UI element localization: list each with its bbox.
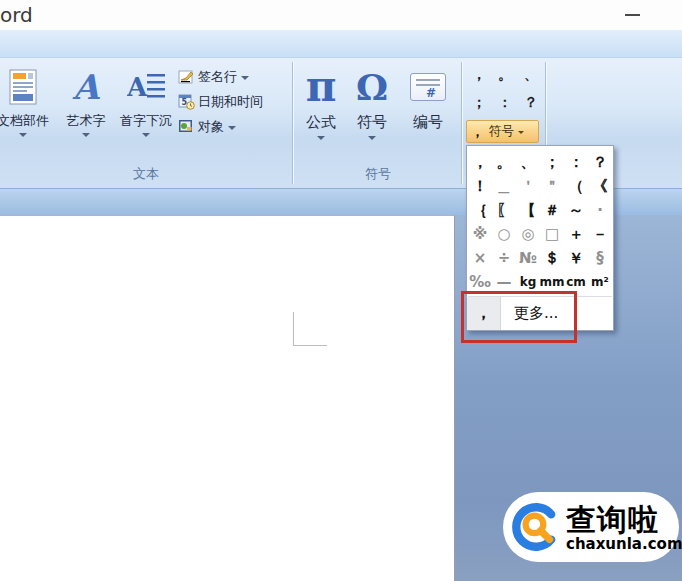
dropdown-symbol-cell[interactable]: ￥ [564,246,588,270]
object-label: 对象 [198,118,224,136]
pi-icon: π [306,66,337,108]
drop-cap-label: 首字下沉 [120,114,172,128]
symbol-large-label: 符号 [357,114,387,131]
group-separator [292,62,294,184]
text-group-side-column: 签名行 5 日期和时间 对 [178,64,292,139]
dropdown-symbol-cell[interactable]: × [468,246,492,270]
dropdown-symbol-cell[interactable]: ？ [588,150,612,174]
dropdown-symbol-cell[interactable]: № [516,246,540,270]
text-group-label: 文本 [0,165,292,183]
dropdown-symbol-cell[interactable]: ＿ [492,174,516,198]
wordart-label: 艺术字 [67,114,106,128]
symbol-dropdown-panel: ，。、；：？！＿＇＂（《｛〖【＃～·※○◎□＋－×÷№＄￥§‰—kgmmcmm²… [466,145,614,331]
quick-parts-label: 文档部件 [0,114,49,128]
chevron-down-icon [518,131,524,134]
gallery-symbol-cell[interactable]: ； [466,89,492,117]
dropdown-symbol-cell[interactable]: 〖 [492,198,516,222]
dropdown-symbol-cell[interactable]: · [588,198,612,222]
mini-symbol-gallery: ，。、；：？ [466,61,544,117]
dropdown-symbol-cell[interactable]: m² [588,270,612,294]
chevron-down-icon [82,133,90,137]
wordart-icon: A [73,70,99,104]
dropdown-symbol-cell[interactable]: ， [468,150,492,174]
chevron-down-icon [368,136,376,140]
dropdown-symbol-cell[interactable]: ＇ [516,174,540,198]
symbols-group-label: 符号 [296,165,460,183]
dropdown-symbol-cell[interactable]: ‰ [468,270,492,294]
word-window: ord 文档部件 A [0,0,682,581]
dropdown-symbol-cell[interactable]: ＋ [564,222,588,246]
chevron-down-icon [142,133,150,137]
gallery-symbol-cell[interactable]: 、 [518,61,544,89]
omega-icon: Ω [356,69,388,105]
dropdown-symbol-cell[interactable]: ※ [468,222,492,246]
signature-line-icon [178,68,195,85]
chevron-down-icon [241,76,249,80]
dropdown-symbol-cell[interactable]: ＄ [540,246,564,270]
titlebar: ord [0,0,682,30]
object-button[interactable]: 对象 [178,114,292,139]
wordart-button[interactable]: A 艺术字 [58,62,114,137]
drop-cap-icon: A [127,72,165,102]
gallery-symbol-cell[interactable]: ， [466,61,492,89]
dropdown-symbol-cell[interactable]: □ [540,222,564,246]
dropdown-symbol-cell[interactable]: 、 [516,150,540,174]
gallery-symbol-cell[interactable]: 。 [492,61,518,89]
dropdown-symbol-cell[interactable]: ； [540,150,564,174]
dropdown-symbol-cell[interactable]: ÷ [492,246,516,270]
dropdown-symbol-cell[interactable]: ◎ [516,222,540,246]
dropdown-symbol-cell[interactable]: ： [564,150,588,174]
more-item-label: 更多... [501,297,558,330]
date-time-button[interactable]: 5 日期和时间 [178,89,292,114]
symbol-dropdown-button[interactable]: ， 符号 [466,120,539,143]
symbol-button-large[interactable]: Ω 符号 [348,62,396,140]
dropdown-symbol-cell[interactable]: ○ [492,222,516,246]
dropdown-symbol-cell[interactable]: ＂ [540,174,564,198]
dropdown-symbol-cell[interactable]: 《 [588,174,612,198]
symbol-dropdown-label: 符号 [489,123,514,140]
dropdown-symbol-cell[interactable]: － [588,222,612,246]
selected-symbol: ， [471,123,484,141]
more-item-gutter: ， [467,297,501,330]
dropdown-symbol-cell[interactable]: cm [564,270,588,294]
watermark-badge: 查询啦 chaxunla.com [503,492,679,562]
dropdown-symbol-cell[interactable]: （ [564,174,588,198]
gallery-symbol-cell[interactable]: ？ [518,89,544,117]
minimize-button[interactable] [622,8,644,24]
dropdown-symbol-cell[interactable]: 【 [516,198,540,222]
dropdown-symbol-cell[interactable]: — [492,270,516,294]
watermark-domain: chaxunla.com [566,537,682,552]
object-icon [178,118,195,135]
dropdown-symbol-cell[interactable]: § [588,246,612,270]
date-time-label: 日期和时间 [198,93,263,111]
dropdown-symbol-cell[interactable]: mm [540,270,564,294]
symbol-grid: ，。、；：？！＿＇＂（《｛〖【＃～·※○◎□＋－×÷№＄￥§‰—kgmmcmm² [467,146,613,296]
dropdown-symbol-cell[interactable]: ～ [564,198,588,222]
drop-cap-button[interactable]: A 首字下沉 [114,62,178,137]
numbering-icon: # [410,73,446,101]
dropdown-symbol-cell[interactable]: 。 [492,150,516,174]
dropdown-symbol-cell[interactable]: ＃ [540,198,564,222]
numbering-button[interactable]: # 编号 [400,62,456,131]
watermark-brand: 查询啦 [566,503,682,536]
signature-line-button[interactable]: 签名行 [178,64,292,89]
chaxunla-logo-icon [510,501,562,553]
svg-text:A: A [127,72,148,102]
dropdown-symbol-cell[interactable]: ｛ [468,198,492,222]
margin-crop-mark [293,312,327,346]
chevron-down-icon [19,133,27,137]
more-symbols-item[interactable]: ， 更多... [467,297,613,330]
gallery-symbol-cell[interactable]: ： [492,89,518,117]
equation-label: 公式 [306,114,336,131]
date-time-icon: 5 [178,93,195,110]
equation-button[interactable]: π 公式 [298,62,344,140]
group-separator [461,62,463,184]
numbering-label: 编号 [413,114,443,131]
dropdown-symbol-cell[interactable]: kg [516,270,540,294]
quick-parts-button[interactable]: 文档部件 [0,62,54,137]
document-page[interactable] [0,215,455,581]
window-title: ord [0,3,33,27]
dropdown-symbol-cell[interactable]: ！ [468,174,492,198]
chevron-down-icon [228,126,236,130]
comma-symbol-icon: ， [476,303,492,324]
